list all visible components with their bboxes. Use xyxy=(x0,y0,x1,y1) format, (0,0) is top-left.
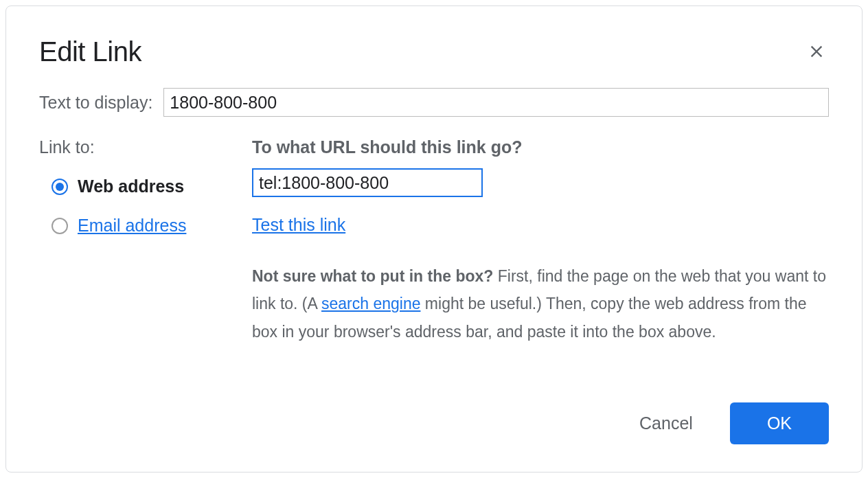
help-text: Not sure what to put in the box? First, … xyxy=(252,262,829,345)
radio-web-label: Web address xyxy=(78,177,184,196)
close-icon xyxy=(807,42,826,61)
link-to-column: Link to: Web address Email address xyxy=(39,137,225,345)
url-input[interactable] xyxy=(252,168,483,197)
close-button[interactable] xyxy=(804,39,829,64)
ok-button[interactable]: OK xyxy=(730,402,829,444)
search-engine-link[interactable]: search engine xyxy=(321,295,421,312)
url-column: To what URL should this link go? Test th… xyxy=(252,137,829,345)
dialog-footer: Cancel OK xyxy=(635,402,829,444)
radio-email-address[interactable]: Email address xyxy=(52,216,225,236)
test-this-link[interactable]: Test this link xyxy=(252,215,345,235)
radio-email-label: Email address xyxy=(78,216,186,236)
text-to-display-input[interactable] xyxy=(163,88,829,117)
help-bold: Not sure what to put in the box? xyxy=(252,267,493,285)
text-to-display-label: Text to display: xyxy=(39,93,152,113)
link-config-columns: Link to: Web address Email address To wh… xyxy=(39,137,829,345)
radio-icon xyxy=(52,179,68,195)
cancel-button[interactable]: Cancel xyxy=(635,413,697,434)
text-to-display-row: Text to display: xyxy=(39,88,829,117)
url-question-label: To what URL should this link go? xyxy=(252,137,829,157)
radio-web-address[interactable]: Web address xyxy=(52,177,225,196)
link-to-label: Link to: xyxy=(39,137,225,157)
radio-icon xyxy=(52,218,68,234)
dialog-title: Edit Link xyxy=(39,36,829,67)
edit-link-dialog: Edit Link Text to display: Link to: Web … xyxy=(5,5,863,473)
